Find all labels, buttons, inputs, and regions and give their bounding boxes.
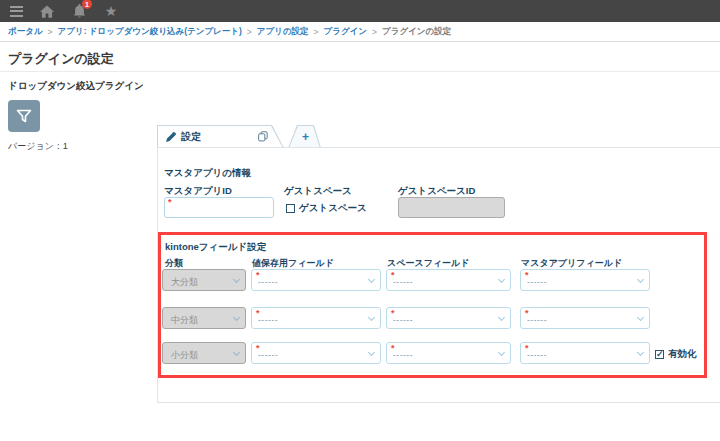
select-placeholder: ------ [258, 315, 278, 325]
required-mark: * [168, 198, 172, 207]
plugin-info-sidebar: ドロップダウン絞込プラグイン バージョン：1 [8, 80, 154, 153]
plus-icon: + [288, 125, 321, 148]
title-bar: プラグインの設定 [0, 42, 720, 72]
checkbox-checked-icon [655, 350, 664, 359]
select-placeholder: ------ [393, 315, 413, 325]
category-label: 大分類 [171, 276, 198, 289]
plugin-name: ドロップダウン絞込プラグイン [8, 80, 154, 93]
enable-checkbox-label: 有効化 [668, 348, 697, 361]
breadcrumb-separator: > [372, 27, 377, 37]
funnel-filter-icon [8, 100, 40, 132]
chevron-down-icon [233, 314, 240, 321]
tab-settings-label: 設定 [181, 130, 201, 144]
master-app-field-select-row3[interactable]: *------ [520, 342, 650, 364]
chevron-down-icon [368, 276, 375, 283]
enable-checkbox[interactable]: 有効化 [655, 348, 697, 361]
tab-add-button[interactable]: + [288, 125, 321, 148]
select-placeholder: ------ [258, 277, 278, 287]
breadcrumb-current: プラグインの設定 [382, 26, 451, 38]
category-label: 中分類 [171, 314, 198, 327]
chevron-down-icon [233, 276, 240, 283]
guest-space-checkbox-label: ゲストスペース [299, 202, 367, 215]
select-placeholder: ------ [258, 350, 278, 360]
space-field-select-row1[interactable]: *------ [386, 269, 511, 291]
master-app-section-heading: マスタアプリの情報 [164, 167, 251, 180]
duplicate-tab-icon[interactable] [258, 131, 268, 142]
notification-badge: 1 [82, 0, 92, 9]
chevron-down-icon [637, 276, 644, 283]
breadcrumb-separator: > [247, 27, 252, 37]
master-app-field-select-row1[interactable]: *------ [520, 269, 650, 291]
category-select-disabled: 中分類 [162, 307, 246, 329]
select-placeholder: ------ [393, 350, 413, 360]
home-icon[interactable] [39, 3, 55, 19]
plugin-version: バージョン：1 [8, 140, 154, 153]
chevron-down-icon [368, 349, 375, 356]
select-placeholder: ------ [393, 277, 413, 287]
pencil-icon [166, 132, 176, 142]
breadcrumb-plugin[interactable]: プラグイン [324, 26, 368, 38]
value-field-select-row3[interactable]: *------ [251, 342, 381, 364]
space-field-select-row3[interactable]: *------ [386, 342, 511, 364]
chevron-down-icon [233, 349, 240, 356]
space-field-select-row2[interactable]: *------ [386, 307, 511, 329]
guest-space-id-input-disabled [398, 197, 505, 218]
chevron-down-icon [498, 314, 505, 321]
field-section-heading: kintoneフィールド設定 [165, 241, 266, 254]
select-placeholder: ------ [527, 350, 547, 360]
breadcrumb-portal[interactable]: ポータル [8, 26, 43, 38]
chevron-down-icon [637, 349, 644, 356]
hamburger-menu-icon[interactable] [10, 6, 23, 17]
page-title: プラグインの設定 [8, 50, 114, 68]
master-app-id-input[interactable] [164, 197, 274, 218]
select-placeholder: ------ [527, 277, 547, 287]
breadcrumb-app-settings[interactable]: アプリの設定 [257, 26, 309, 38]
master-app-id-field-wrap: * [164, 197, 274, 218]
chevron-down-icon [498, 276, 505, 283]
breadcrumb: ポータル > アプリ: ドロップダウン絞り込み(テンプレート) > アプリの設定… [0, 22, 720, 42]
guest-space-label: ゲストスペース [284, 185, 352, 198]
breadcrumb-separator: > [48, 27, 53, 37]
select-placeholder: ------ [527, 315, 547, 325]
settings-tabs: 設定 + [157, 125, 357, 148]
chevron-down-icon [368, 314, 375, 321]
notification-bell-icon[interactable]: 1 [71, 3, 87, 19]
checkbox-unchecked-icon [286, 204, 295, 213]
value-field-select-row2[interactable]: *------ [251, 307, 381, 329]
chevron-down-icon [498, 349, 505, 356]
master-app-field-select-row2[interactable]: *------ [520, 307, 650, 329]
category-label: 小分類 [171, 349, 198, 362]
category-select-disabled: 小分類 [162, 342, 246, 364]
topbar: 1 ★ [0, 0, 720, 22]
kintone-field-settings-highlight: kintoneフィールド設定 分類 値保存用フィールド スペースフィールド マス… [158, 232, 707, 378]
plugin-settings-panel: マスタアプリの情報 マスタアプリID ゲストスペース ゲストスペースID * ゲ… [157, 147, 720, 403]
breadcrumb-app[interactable]: アプリ: ドロップダウン絞り込み(テンプレート) [58, 26, 242, 38]
star-icon[interactable]: ★ [103, 3, 119, 19]
tab-settings[interactable]: 設定 [157, 125, 284, 148]
breadcrumb-separator: > [314, 27, 319, 37]
category-select-disabled: 大分類 [162, 269, 246, 291]
guest-space-checkbox[interactable]: ゲストスペース [286, 202, 367, 215]
chevron-down-icon [637, 314, 644, 321]
value-field-select-row1[interactable]: *------ [251, 269, 381, 291]
